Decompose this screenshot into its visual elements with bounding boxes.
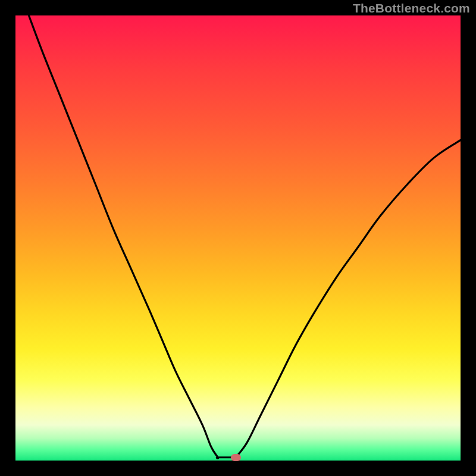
watermark-text: TheBottleneck.com [353, 1, 470, 15]
minimum-marker [231, 454, 241, 461]
bottleneck-curve [15, 15, 461, 461]
chart-frame: TheBottleneck.com [0, 0, 476, 476]
